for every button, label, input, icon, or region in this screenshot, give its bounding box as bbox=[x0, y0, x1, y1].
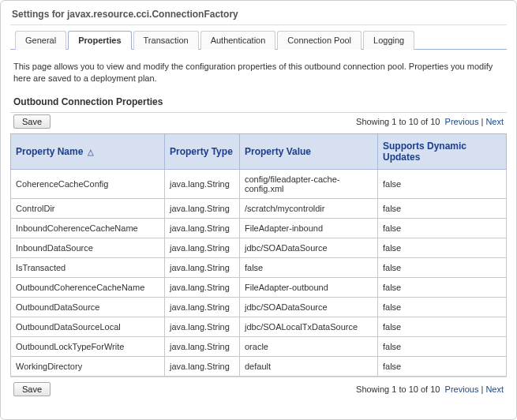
pager-prev[interactable]: Previous bbox=[445, 117, 479, 126]
col-property-name-label: Property Name bbox=[16, 146, 83, 157]
col-supports-dynamic[interactable]: Supports Dynamic Updates bbox=[378, 133, 507, 169]
cell-name: InboundDataSource bbox=[11, 238, 165, 257]
pager-top: Showing 1 to 10 of 10 Previous | Next bbox=[356, 117, 504, 126]
cell-name: OutboundCoherenceCacheName bbox=[11, 277, 165, 297]
cell-dynamic: false bbox=[378, 356, 507, 376]
cell-value[interactable]: FileAdapter-inbound bbox=[240, 218, 378, 238]
cell-dynamic: false bbox=[378, 257, 507, 277]
tab-logging[interactable]: Logging bbox=[363, 31, 414, 50]
cell-dynamic: false bbox=[378, 277, 507, 297]
toolbar-top: Save Showing 1 to 10 of 10 Previous | Ne… bbox=[10, 113, 507, 133]
page-title: Settings for javax.resource.cci.Connecti… bbox=[10, 7, 507, 25]
cell-type: java.lang.String bbox=[165, 169, 240, 198]
col-property-value[interactable]: Property Value bbox=[240, 133, 378, 169]
cell-name: CoherenceCacheConfig bbox=[11, 169, 165, 198]
cell-type: java.lang.String bbox=[165, 238, 240, 257]
cell-name: OutboundDataSource bbox=[11, 297, 165, 317]
cell-type: java.lang.String bbox=[165, 257, 240, 277]
cell-name: IsTransacted bbox=[11, 257, 165, 277]
table-row: ControlDirjava.lang.String/scratch/mycon… bbox=[11, 198, 507, 218]
cell-value[interactable]: false bbox=[240, 257, 378, 277]
tab-transaction[interactable]: Transaction bbox=[133, 31, 199, 50]
tab-authentication[interactable]: Authentication bbox=[200, 31, 276, 50]
cell-dynamic: false bbox=[378, 297, 507, 317]
pager-next[interactable]: Next bbox=[485, 117, 504, 126]
table-row: OutboundCoherenceCacheNamejava.lang.Stri… bbox=[11, 277, 507, 297]
save-button[interactable]: Save bbox=[13, 114, 51, 129]
pager-showing: Showing 1 to 10 of 10 bbox=[356, 384, 440, 394]
section-title: Outbound Connection Properties bbox=[10, 93, 507, 112]
cell-type: java.lang.String bbox=[165, 317, 240, 336]
table-row: OutboundDataSourcejava.lang.Stringjdbc/S… bbox=[11, 297, 507, 317]
sort-asc-icon: △ bbox=[86, 148, 94, 156]
tab-bar: General Properties Transaction Authentic… bbox=[10, 30, 507, 50]
pager-bottom: Showing 1 to 10 of 10 Previous | Next bbox=[356, 384, 504, 394]
table-row: InboundCoherenceCacheNamejava.lang.Strin… bbox=[11, 218, 507, 238]
pager-next[interactable]: Next bbox=[485, 384, 504, 394]
properties-table: Property Name △ Property Type Property V… bbox=[10, 133, 507, 377]
cell-type: java.lang.String bbox=[165, 218, 240, 238]
col-property-name[interactable]: Property Name △ bbox=[11, 133, 165, 169]
cell-value[interactable]: jdbc/SOADataSource bbox=[240, 238, 378, 257]
cell-dynamic: false bbox=[378, 317, 507, 336]
table-header-row: Property Name △ Property Type Property V… bbox=[11, 133, 507, 169]
cell-value[interactable]: /scratch/mycontroldir bbox=[240, 198, 378, 218]
tab-properties[interactable]: Properties bbox=[68, 31, 131, 50]
cell-dynamic: false bbox=[378, 336, 507, 356]
table-row: OutboundDataSourceLocaljava.lang.Stringj… bbox=[11, 317, 507, 336]
page-description: This page allows you to view and modify … bbox=[10, 50, 507, 93]
table-row: CoherenceCacheConfigjava.lang.Stringconf… bbox=[11, 169, 507, 198]
cell-dynamic: false bbox=[378, 198, 507, 218]
cell-type: java.lang.String bbox=[165, 336, 240, 356]
cell-value[interactable]: jdbc/SOALocalTxDataSource bbox=[240, 317, 378, 336]
tab-general[interactable]: General bbox=[15, 31, 66, 50]
cell-dynamic: false bbox=[378, 169, 507, 198]
cell-name: ControlDir bbox=[11, 198, 165, 218]
cell-type: java.lang.String bbox=[165, 277, 240, 297]
cell-value[interactable]: config/fileadapter-cache-config.xml bbox=[240, 169, 378, 198]
cell-value[interactable]: FileAdapter-outbound bbox=[240, 277, 378, 297]
settings-window: Settings for javax.resource.cci.Connecti… bbox=[0, 0, 517, 420]
cell-type: java.lang.String bbox=[165, 297, 240, 317]
cell-type: java.lang.String bbox=[165, 198, 240, 218]
cell-name: OutboundDataSourceLocal bbox=[11, 317, 165, 336]
table-row: IsTransactedjava.lang.Stringfalsefalse bbox=[11, 257, 507, 277]
table-row: WorkingDirectoryjava.lang.Stringdefaultf… bbox=[11, 356, 507, 376]
cell-value[interactable]: default bbox=[240, 356, 378, 376]
cell-dynamic: false bbox=[378, 218, 507, 238]
col-property-type[interactable]: Property Type bbox=[165, 133, 240, 169]
cell-dynamic: false bbox=[378, 238, 507, 257]
toolbar-bottom: Save Showing 1 to 10 of 10 Previous | Ne… bbox=[10, 377, 507, 398]
tab-connection-pool[interactable]: Connection Pool bbox=[277, 31, 362, 50]
pager-prev[interactable]: Previous bbox=[445, 384, 479, 394]
table-row: InboundDataSourcejava.lang.Stringjdbc/SO… bbox=[11, 238, 507, 257]
cell-type: java.lang.String bbox=[165, 356, 240, 376]
cell-value[interactable]: jdbc/SOADataSource bbox=[240, 297, 378, 317]
pager-showing: Showing 1 to 10 of 10 bbox=[356, 117, 440, 126]
table-row: OutboundLockTypeForWritejava.lang.String… bbox=[11, 336, 507, 356]
save-button[interactable]: Save bbox=[13, 382, 51, 396]
cell-name: InboundCoherenceCacheName bbox=[11, 218, 165, 238]
cell-name: OutboundLockTypeForWrite bbox=[11, 336, 165, 356]
cell-name: WorkingDirectory bbox=[11, 356, 165, 376]
cell-value[interactable]: oracle bbox=[240, 336, 378, 356]
